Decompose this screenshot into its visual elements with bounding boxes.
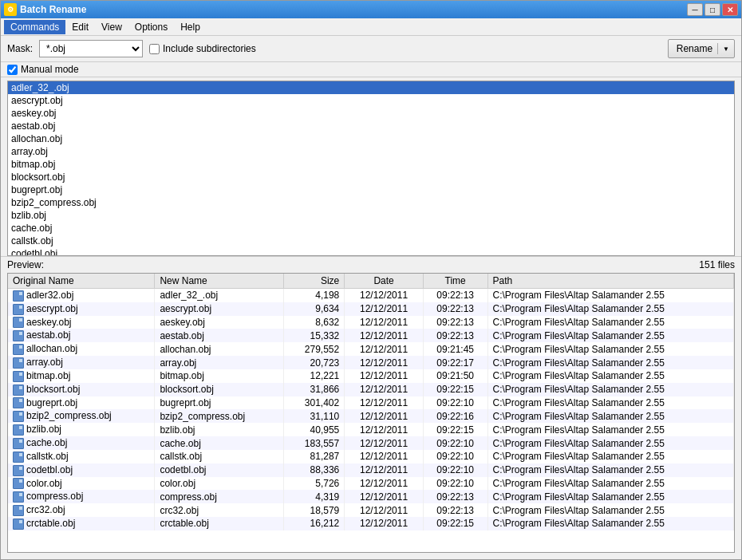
file-icon [13, 385, 24, 396]
cell-original: crc32.obj [8, 503, 155, 517]
mask-label: Mask: [7, 43, 33, 54]
file-list[interactable]: adler_32_.obj aescrypt.obj aeskey.obj ae… [7, 81, 735, 256]
cell-date: 12/12/2011 [345, 369, 424, 383]
cell-size: 5,726 [284, 477, 345, 491]
file-icon [13, 411, 24, 422]
subdirectories-checkbox[interactable] [149, 44, 160, 54]
file-list-item[interactable]: bzip2_compress.obj [8, 196, 734, 209]
preview-table-container[interactable]: Original Name New Name Size Date Time Pa… [7, 273, 735, 553]
cell-time: 09:22:10 [423, 450, 487, 463]
preview-header: Preview: 151 files [1, 256, 741, 273]
cell-date: 12/12/2011 [345, 302, 424, 316]
table-row[interactable]: crc32.objcrc32.obj18,57912/12/201109:22:… [8, 503, 734, 517]
cell-size: 18,579 [284, 503, 345, 517]
cell-path: C:\Program Files\Altap Salamander 2.55 [487, 356, 734, 369]
table-row[interactable]: array.objarray.obj20,72312/12/201109:22:… [8, 356, 734, 369]
file-list-item[interactable]: array.obj [8, 145, 734, 158]
menu-commands[interactable]: Commands [4, 20, 65, 34]
col-header-path[interactable]: Path [487, 274, 734, 289]
mask-select[interactable]: *.obj [39, 40, 143, 57]
table-row[interactable]: allochan.objallochan.obj279,55212/12/201… [8, 342, 734, 356]
menu-options[interactable]: Options [128, 20, 174, 34]
col-header-time[interactable]: Time [423, 274, 487, 289]
col-header-size[interactable]: Size [284, 274, 345, 289]
subdirectories-label: Include subdirectories [163, 43, 256, 54]
cell-date: 12/12/2011 [345, 490, 424, 503]
cell-path: C:\Program Files\Altap Salamander 2.55 [487, 342, 734, 356]
cell-original: codetbl.obj [8, 463, 155, 477]
col-header-date[interactable]: Date [345, 274, 424, 289]
cell-new-name: allochan.obj [155, 342, 284, 356]
file-icon [13, 330, 24, 341]
menu-help[interactable]: Help [174, 20, 207, 34]
cell-time: 09:22:13 [423, 316, 487, 329]
col-header-original[interactable]: Original Name [8, 274, 155, 289]
rename-dropdown-arrow[interactable]: ▼ [718, 45, 734, 53]
table-row[interactable]: blocksort.objblocksort.obj31,86612/12/20… [8, 383, 734, 396]
col-header-new[interactable]: New Name [155, 274, 284, 289]
table-row[interactable]: color.objcolor.obj5,72612/12/201109:22:1… [8, 477, 734, 491]
file-list-item[interactable]: aescrypt.obj [8, 94, 734, 107]
menu-edit[interactable]: Edit [65, 20, 95, 34]
cell-path: C:\Program Files\Altap Salamander 2.55 [487, 316, 734, 329]
table-row[interactable]: compress.objcompress.obj4,31912/12/20110… [8, 490, 734, 503]
table-row[interactable]: crctable.objcrctable.obj16,21212/12/2011… [8, 517, 734, 530]
file-list-item[interactable]: callstk.obj [8, 235, 734, 247]
file-icon [13, 424, 24, 436]
window-content: Mask: *.obj Include subdirectories Renam… [1, 36, 741, 559]
cell-time: 09:21:45 [423, 342, 487, 356]
table-row[interactable]: aestab.objaestab.obj15,33212/12/201109:2… [8, 329, 734, 342]
cell-size: 4,198 [284, 289, 345, 302]
cell-date: 12/12/2011 [345, 356, 424, 369]
cell-new-name: blocksort.obj [155, 383, 284, 396]
cell-original: aeskey.obj [8, 316, 155, 329]
cell-date: 12/12/2011 [345, 396, 424, 410]
cell-original: bzip2_compress.obj [8, 409, 155, 423]
cell-original: blocksort.obj [8, 383, 155, 396]
table-row[interactable]: aescrypt.objaescrypt.obj9,63412/12/20110… [8, 302, 734, 316]
window-title: Batch Rename [20, 4, 86, 15]
cell-time: 09:22:15 [423, 517, 487, 530]
cell-path: C:\Program Files\Altap Salamander 2.55 [487, 423, 734, 436]
file-icon [13, 397, 24, 408]
table-row[interactable]: callstk.objcallstk.obj81,28712/12/201109… [8, 450, 734, 463]
menu-view[interactable]: View [95, 20, 128, 34]
cell-size: 279,552 [284, 342, 345, 356]
table-row[interactable]: aeskey.objaeskey.obj8,63212/12/201109:22… [8, 316, 734, 329]
file-list-item[interactable]: aestab.obj [8, 120, 734, 132]
cell-original: bitmap.obj [8, 369, 155, 383]
cell-path: C:\Program Files\Altap Salamander 2.55 [487, 490, 734, 503]
cell-date: 12/12/2011 [345, 477, 424, 491]
rename-button[interactable]: Rename ▼ [668, 39, 735, 58]
table-row[interactable]: bitmap.objbitmap.obj12,22112/12/201109:2… [8, 369, 734, 383]
table-row[interactable]: codetbl.objcodetbl.obj88,33612/12/201109… [8, 463, 734, 477]
cell-new-name: bitmap.obj [155, 369, 284, 383]
table-row[interactable]: bzlib.objbzlib.obj40,95512/12/201109:22:… [8, 423, 734, 436]
cell-date: 12/12/2011 [345, 409, 424, 423]
file-list-item[interactable]: aeskey.obj [8, 107, 734, 120]
file-list-item[interactable]: bzlib.obj [8, 209, 734, 222]
table-row[interactable]: bugreprt.objbugreprt.obj301,40212/12/201… [8, 396, 734, 410]
subdirectories-checkbox-label[interactable]: Include subdirectories [149, 43, 256, 54]
manual-mode-checkbox[interactable] [7, 65, 18, 75]
minimize-button[interactable]: ─ [687, 3, 703, 16]
cell-path: C:\Program Files\Altap Salamander 2.55 [487, 450, 734, 463]
file-list-item[interactable]: allochan.obj [8, 132, 734, 145]
manual-mode-label[interactable]: Manual mode [7, 64, 79, 75]
file-list-item[interactable]: cache.obj [8, 222, 734, 235]
table-row[interactable]: bzip2_compress.objbzip2_compress.obj31,1… [8, 409, 734, 423]
cell-time: 09:22:13 [423, 329, 487, 342]
file-list-item-selected[interactable]: adler_32_.obj [8, 81, 734, 94]
close-button[interactable]: ✕ [722, 3, 738, 16]
file-list-item[interactable]: bitmap.obj [8, 158, 734, 171]
file-icon [13, 478, 24, 489]
title-bar-controls: ─ □ ✕ [687, 3, 738, 16]
file-icon [13, 304, 24, 315]
file-list-item[interactable]: blocksort.obj [8, 171, 734, 183]
file-list-item[interactable]: codetbl.obj [8, 247, 734, 256]
maximize-button[interactable]: □ [705, 3, 720, 16]
table-row[interactable]: cache.objcache.obj183,55712/12/201109:22… [8, 436, 734, 450]
file-list-item[interactable]: bugreprt.obj [8, 183, 734, 196]
cell-time: 09:22:10 [423, 436, 487, 450]
table-row[interactable]: adler32.objadler_32_.obj4,19812/12/20110… [8, 289, 734, 302]
